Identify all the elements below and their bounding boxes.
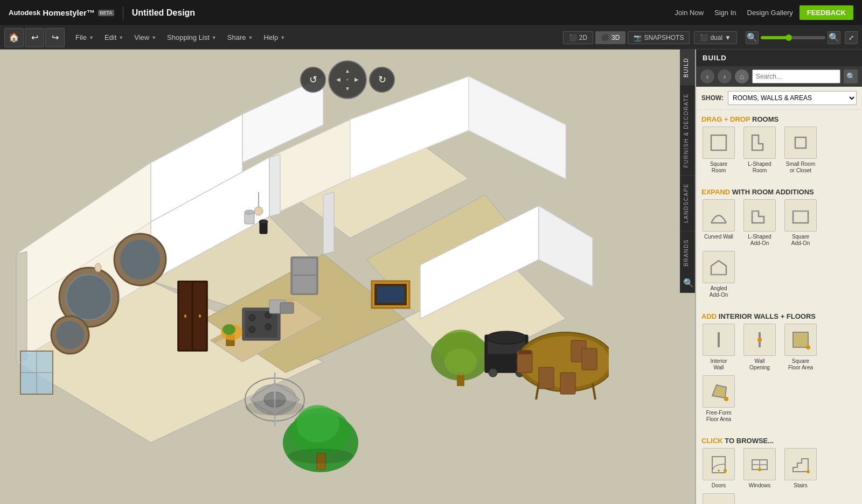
show-select[interactable]: ROOMS, WALLS & AREAS ALL ITEMS FAVORITES <box>728 91 857 105</box>
freeform-floor-item[interactable]: Free-FormFloor Area <box>700 375 737 423</box>
share-menu[interactable]: Share ▼ <box>222 30 259 45</box>
join-now-link[interactable]: Join Now <box>675 9 704 17</box>
zoom-slider[interactable] <box>761 36 825 39</box>
panel-home-button[interactable]: ⌂ <box>735 69 749 83</box>
svg-point-90 <box>245 400 304 416</box>
l-shaped-room-icon <box>748 131 771 155</box>
stairs-icon-box <box>784 448 817 480</box>
square-addon-item[interactable]: SquareAdd-On <box>782 199 819 247</box>
topbar: Autodesk Homestyler™ BETA Untitled Desig… <box>0 0 862 26</box>
fireplaces-icon-box <box>703 493 735 504</box>
l-shaped-addon-item[interactable]: L-ShapedAdd-On <box>741 199 778 247</box>
freeform-floor-icon <box>707 380 731 403</box>
curved-wall-item[interactable]: Curved Wall <box>700 199 737 247</box>
undo-button[interactable]: ↩ <box>25 28 44 47</box>
svg-point-113 <box>807 470 810 473</box>
interior-wall-label: InteriorWall <box>710 358 727 371</box>
windows-item[interactable]: Windows <box>741 448 778 489</box>
angled-addon-item[interactable]: AngledAdd-On <box>700 251 737 298</box>
walls-floors-grid: InteriorWall WallOpening <box>696 324 862 427</box>
square-room-icon <box>707 131 731 155</box>
wall-opening-item[interactable]: WallOpening <box>741 324 778 371</box>
svg-point-91 <box>288 449 353 464</box>
fireplaces-item[interactable]: Fireplaces <box>700 493 737 504</box>
panel-search-input[interactable] <box>752 69 840 83</box>
small-room-item[interactable]: Small Roomor Closet <box>782 127 819 174</box>
pan-left-button[interactable]: ◀ <box>335 76 343 84</box>
svg-rect-33 <box>293 276 316 293</box>
add-text: ADD <box>701 312 717 320</box>
svg-point-83 <box>254 207 263 215</box>
rotate-right-button[interactable]: ↻ <box>369 67 395 93</box>
rotate-left-button[interactable]: ↺ <box>300 67 326 93</box>
expand-text: EXPAND <box>701 188 730 196</box>
feedback-button[interactable]: FEEDBACK <box>800 5 853 20</box>
home-menu-button[interactable]: 🏠 <box>4 28 24 47</box>
panel-search-button[interactable]: 🔍 <box>844 69 858 83</box>
help-menu[interactable]: Help ▼ <box>258 30 290 45</box>
logo: Autodesk Homestyler™ BETA <box>9 8 114 17</box>
svg-point-78 <box>199 314 201 318</box>
title-divider <box>123 6 123 19</box>
square-floor-item[interactable]: SquareFloor Area <box>782 324 819 371</box>
doors-item[interactable]: Doors <box>700 448 737 489</box>
landscape-tab[interactable]: LANDSCAPE <box>680 175 695 230</box>
zoom-out-button[interactable]: 🔍 <box>746 31 759 44</box>
dual-button[interactable]: ⬛ dual ▼ <box>694 31 737 44</box>
svg-point-53 <box>296 405 339 443</box>
svg-point-61 <box>486 331 526 344</box>
file-menu[interactable]: File ▼ <box>70 30 99 45</box>
interior-wall-item[interactable]: InteriorWall <box>700 324 737 371</box>
svg-rect-96 <box>793 211 808 223</box>
view-menu-arrow: ▼ <box>151 35 156 40</box>
camera-icon: 📷 <box>634 34 642 41</box>
edit-menu[interactable]: Edit ▼ <box>99 30 129 45</box>
interior-wall-icon-box <box>703 324 735 356</box>
zoom-in-button[interactable]: 🔍 <box>828 31 840 44</box>
search-icon: 🔍 <box>747 32 757 43</box>
nav-center-control[interactable]: ▲ ◀ ● ▶ ▼ <box>328 60 367 99</box>
magnify-button[interactable]: 🔍 <box>680 274 695 293</box>
3d-icon: ⬛ <box>601 34 609 41</box>
redo-button[interactable]: ↪ <box>45 28 65 47</box>
panel-forward-button[interactable]: › <box>718 69 732 83</box>
brands-tab[interactable]: BRANDS <box>680 231 695 274</box>
windows-icon-box <box>743 448 776 480</box>
freeform-floor-label: Free-FormFloor Area <box>706 410 731 423</box>
stairs-item[interactable]: Stairs <box>782 448 819 489</box>
page-title: Untitled Design <box>132 8 195 18</box>
svg-rect-81 <box>377 286 404 303</box>
svg-marker-17 <box>269 155 280 216</box>
pan-right-button[interactable]: ▶ <box>352 76 360 84</box>
l-shaped-addon-label: L-ShapedAdd-On <box>748 234 771 247</box>
beta-badge: BETA <box>98 10 114 16</box>
small-room-icon <box>789 131 812 155</box>
canvas-area[interactable]: ↺ ▲ ◀ ● ▶ ▼ ↻ <box>0 50 695 504</box>
windows-label: Windows <box>749 482 771 489</box>
zoom-thumb[interactable] <box>785 34 792 41</box>
sign-in-link[interactable]: Sign In <box>714 9 736 17</box>
svg-point-38 <box>249 314 255 321</box>
snapshots-button[interactable]: 📷 SNAPSHOTS <box>628 31 690 44</box>
2d-icon: ⬛ <box>569 34 577 41</box>
furnish-tab[interactable]: FURNISH & DECORATE <box>680 85 695 176</box>
mode-2d-button[interactable]: ⬛ 2D <box>563 31 593 44</box>
square-room-item[interactable]: SquareRoom <box>700 127 737 174</box>
pan-down-button[interactable]: ▼ <box>344 85 352 93</box>
build-tab[interactable]: BUILD <box>680 50 695 85</box>
view-menu[interactable]: View ▼ <box>129 30 162 45</box>
square-addon-label: SquareAdd-On <box>791 234 810 247</box>
build-label: BUILD <box>703 54 727 62</box>
mode-3d-button[interactable]: ⬛ 3D <box>595 31 625 44</box>
svg-point-24 <box>120 240 160 279</box>
shopping-menu[interactable]: Shopping List ▼ <box>162 30 222 45</box>
curved-wall-icon <box>707 204 731 227</box>
fullscreen-button[interactable]: ⤢ <box>845 31 858 44</box>
pan-up-button[interactable]: ▲ <box>344 67 352 75</box>
l-shaped-room-item[interactable]: L-ShapedRoom <box>741 127 778 174</box>
nav-center-dot[interactable]: ● <box>344 76 352 84</box>
design-gallery-link[interactable]: Design Gallery <box>747 9 793 17</box>
panel-back-button[interactable]: ‹ <box>700 69 714 83</box>
share-menu-arrow: ▼ <box>248 35 253 40</box>
small-room-label: Small Roomor Closet <box>786 161 815 174</box>
